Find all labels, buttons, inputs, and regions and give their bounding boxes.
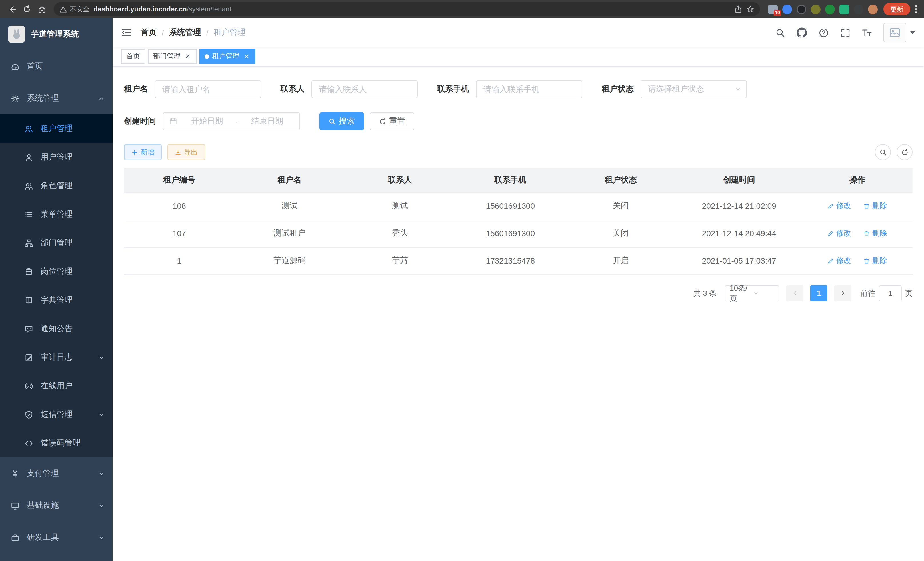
tenant-table: 租户编号 租户名 联系人 联系手机 租户状态 创建时间 操作 108 测试 (124, 168, 913, 275)
tab-close-button[interactable] (183, 52, 191, 60)
code-icon (24, 439, 33, 447)
sidebar-item-user[interactable]: 用户管理 (0, 143, 112, 171)
sidebar-item-label: 基础设施 (27, 500, 59, 511)
address-bar[interactable]: 不安全 dashboard.yudao.iocoder.cn/system/te… (54, 2, 760, 16)
sidebar-item-menu[interactable]: 菜单管理 (0, 200, 112, 229)
users-icon (24, 124, 33, 133)
reset-button[interactable]: 重置 (370, 112, 414, 130)
toolbox-icon (10, 533, 20, 542)
tab-dept[interactable]: 部门管理 (148, 49, 196, 64)
browser-menu-button[interactable] (910, 5, 920, 14)
github-link-button[interactable] (794, 25, 809, 40)
browser-home-button[interactable] (34, 2, 49, 17)
chevron-down-icon (753, 290, 774, 296)
page-number-button[interactable]: 1 (810, 285, 827, 301)
edit-icon (828, 230, 834, 236)
search-button[interactable]: 搜索 (320, 112, 364, 130)
sidebar-item-tenant[interactable]: 租户管理 (0, 114, 112, 143)
help-doc-button[interactable] (816, 25, 831, 40)
sidebar-item-label: 审计日志 (40, 352, 73, 362)
sidebar-item-post[interactable]: 岗位管理 (0, 257, 112, 286)
sidebar-item-error-code[interactable]: 错误码管理 (0, 429, 112, 457)
contact-label: 联系人 (280, 84, 304, 94)
header-search-button[interactable] (772, 25, 788, 40)
sidebar-item-dict[interactable]: 字典管理 (0, 286, 112, 314)
sidebar-item-system[interactable]: 系统管理 (0, 82, 112, 114)
toggle-search-button[interactable] (875, 144, 891, 160)
page-size-select[interactable]: 10条/页 (724, 285, 779, 301)
trash-icon (864, 258, 870, 264)
chevron-left-icon (792, 290, 798, 296)
security-label: 不安全 (70, 5, 89, 14)
browser-update-button[interactable]: 更新 (884, 3, 910, 15)
chevron-down-icon (98, 411, 105, 418)
breadcrumb-home[interactable]: 首页 (141, 27, 157, 38)
cell-status: 关闭 (566, 220, 676, 247)
fullscreen-button[interactable] (838, 25, 853, 40)
sidebar-item-payment[interactable]: 支付管理 (0, 457, 112, 490)
breadcrumb-separator: / (162, 28, 164, 37)
tab-close-button[interactable] (242, 52, 250, 60)
sidebar-item-devtools[interactable]: 研发工具 (0, 522, 112, 553)
tab-tenant[interactable]: 租户管理 (200, 49, 255, 64)
app-shell: 芋道管理系统 首页 系统管理 (0, 18, 924, 561)
sidebar-item-notice[interactable]: 通知公告 (0, 314, 112, 343)
browser-back-button[interactable] (4, 2, 20, 17)
edit-link[interactable]: 修改 (828, 256, 851, 266)
cell-tenant-id: 107 (124, 220, 234, 247)
font-size-button[interactable] (860, 25, 874, 40)
delete-link[interactable]: 删除 (864, 228, 887, 238)
status-select[interactable]: 请选择租户状态 (640, 80, 747, 98)
user-menu[interactable] (884, 23, 915, 42)
active-tab-dot (205, 54, 209, 59)
bookmark-button[interactable] (746, 5, 754, 13)
extension-icon-7[interactable] (854, 4, 863, 14)
tab-home[interactable]: 首页 (121, 49, 145, 64)
tags-view: 首页 部门管理 租户管理 (112, 47, 924, 66)
sidebar-item-label: 支付管理 (27, 468, 59, 479)
edit-link[interactable]: 修改 (828, 201, 851, 211)
extension-icon-4[interactable] (811, 4, 820, 14)
sidebar-item-role[interactable]: 角色管理 (0, 171, 112, 200)
kebab-menu-icon (915, 5, 917, 14)
sidebar-item-audit-log[interactable]: 审计日志 (0, 343, 112, 372)
phone-input[interactable] (476, 80, 582, 98)
export-button-label: 导出 (184, 147, 198, 157)
extension-icon-5[interactable] (825, 4, 835, 14)
extension-icon-1[interactable]: 10 (768, 4, 778, 14)
chevron-up-icon (98, 95, 105, 102)
next-page-button[interactable] (834, 285, 851, 301)
tenant-name-label: 租户名 (124, 84, 148, 94)
extension-icon-3[interactable] (796, 4, 806, 14)
app-logo[interactable]: 芋道管理系统 (0, 18, 112, 50)
export-button[interactable]: 导出 (167, 144, 205, 160)
add-button[interactable]: 新增 (124, 144, 162, 160)
browser-reload-button[interactable] (20, 2, 34, 17)
sidebar-item-online-users[interactable]: 在线用户 (0, 372, 112, 400)
plus-icon (131, 149, 138, 155)
edit-link[interactable]: 修改 (828, 228, 851, 238)
breadcrumb-system[interactable]: 系统管理 (169, 27, 201, 38)
sidebar-item-sms[interactable]: 短信管理 (0, 400, 112, 429)
refresh-table-button[interactable] (897, 144, 913, 160)
tenant-name-input[interactable] (155, 80, 261, 98)
sidebar-item-dept[interactable]: 部门管理 (0, 229, 112, 257)
extension-icon-2[interactable] (782, 4, 792, 14)
security-indicator[interactable]: 不安全 (59, 5, 89, 14)
goto-page-input[interactable] (879, 285, 902, 301)
share-button[interactable] (734, 5, 742, 13)
contact-input[interactable] (311, 80, 418, 98)
url-text: dashboard.yudao.iocoder.cn/system/tenant (93, 5, 231, 13)
profile-avatar-icon[interactable] (868, 4, 878, 14)
sidebar-item-home[interactable]: 首页 (0, 50, 112, 82)
date-range-picker[interactable]: 开始日期 - 结束日期 (163, 112, 300, 130)
prev-page-button[interactable] (786, 285, 803, 301)
sidebar-item-label: 错误码管理 (40, 438, 81, 448)
extension-icon-6[interactable] (839, 4, 849, 14)
delete-link[interactable]: 删除 (864, 256, 887, 266)
sidebar-item-infra[interactable]: 基础设施 (0, 490, 112, 522)
delete-link[interactable]: 删除 (864, 201, 887, 211)
sidebar-item-label: 岗位管理 (40, 266, 73, 277)
chevron-down-icon (98, 534, 105, 541)
sidebar-toggle-button[interactable] (121, 28, 135, 37)
